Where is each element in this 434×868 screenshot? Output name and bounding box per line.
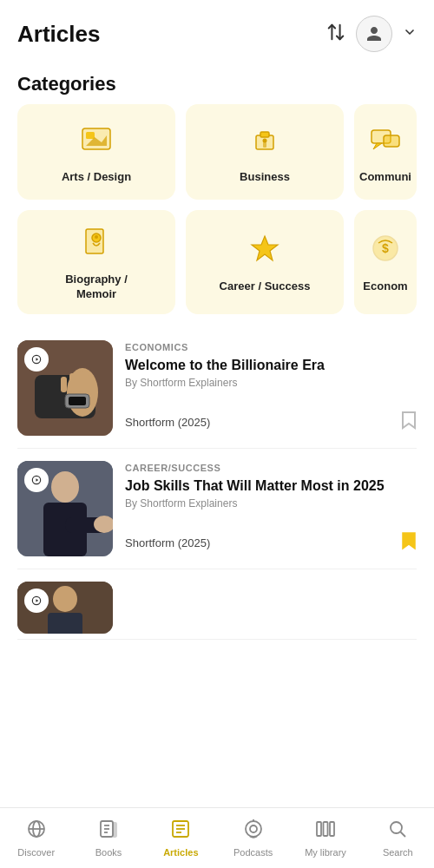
app-header: Articles — [0, 0, 434, 62]
svg-line-59 — [401, 832, 406, 838]
svg-rect-56 — [323, 822, 327, 836]
svg-text:$: $ — [382, 241, 389, 255]
svg-point-38 — [53, 586, 77, 612]
svg-rect-57 — [330, 822, 334, 836]
arts-icon — [81, 123, 112, 161]
article-source: Shortform (2025) — [125, 416, 210, 429]
category-economics[interactable]: $ Econom — [354, 210, 417, 314]
svg-point-33 — [51, 471, 79, 503]
business-icon — [249, 123, 280, 161]
svg-point-53 — [250, 825, 257, 832]
books-label: Books — [95, 847, 122, 858]
article-job-skills[interactable]: CAREER/SUCCESS Job Skills That Will Matt… — [17, 449, 417, 569]
search-label: Search — [383, 847, 413, 858]
svg-rect-4 — [86, 132, 95, 139]
svg-rect-39 — [48, 613, 82, 634]
article-source-2: Shortform (2025) — [125, 536, 210, 549]
article-author: By Shortform Explainers — [125, 377, 417, 389]
svg-rect-31 — [69, 397, 86, 405]
bottom-nav: Discover Books Articles — [0, 807, 434, 868]
podcasts-icon — [243, 819, 264, 845]
economics-icon: $ — [370, 233, 401, 271]
career-icon — [249, 233, 280, 271]
article-billionaire[interactable]: ECONOMICS Welcome to the Billionaire Era… — [17, 328, 417, 449]
category-business[interactable]: Business — [186, 104, 344, 200]
podcasts-label: Podcasts — [233, 847, 273, 858]
article-footer-2: Shortform (2025) — [125, 531, 417, 555]
article-author-2: By Shortform Explainers — [125, 497, 417, 510]
svg-point-58 — [391, 822, 402, 833]
user-avatar-button[interactable] — [356, 16, 392, 52]
categories-row-1: Arts / Design Business — [17, 104, 417, 200]
articles-list: ECONOMICS Welcome to the Billionaire Era… — [0, 314, 434, 640]
categories-grid: Arts / Design Business — [0, 104, 434, 314]
article-title-2: Job Skills That Will Matter Most in 2025 — [125, 477, 417, 496]
svg-rect-29 — [61, 377, 67, 392]
my-library-label: My library — [305, 847, 346, 858]
svg-point-19 — [95, 235, 98, 239]
article-info: ECONOMICS Welcome to the Billionaire Era… — [125, 340, 417, 436]
article-category: ECONOMICS — [125, 342, 417, 352]
user-icon — [365, 25, 383, 43]
categories-title: Categories — [0, 62, 434, 104]
page-title: Articles — [17, 21, 100, 48]
economics-label: Econom — [363, 279, 407, 294]
audio-badge-2 — [24, 468, 49, 492]
article-thumbnail — [17, 340, 113, 436]
svg-rect-14 — [384, 135, 399, 147]
article-category-2: CAREER/SUCCESS — [125, 463, 417, 473]
svg-rect-28 — [69, 373, 76, 392]
article-info-2: CAREER/SUCCESS Job Skills That Will Matt… — [125, 461, 417, 556]
svg-rect-27 — [78, 372, 84, 392]
article-footer: Shortform (2025) — [125, 411, 417, 434]
articles-icon — [170, 819, 191, 845]
search-icon — [387, 819, 408, 845]
svg-rect-47 — [113, 823, 116, 837]
biography-icon — [81, 226, 112, 264]
category-community[interactable]: Communi — [354, 104, 417, 200]
community-label: Communi — [359, 170, 411, 185]
category-biography[interactable]: Biography /Memoir — [17, 210, 175, 314]
articles-label: Articles — [163, 847, 198, 858]
audio-badge-3 — [24, 589, 49, 613]
svg-marker-13 — [373, 143, 382, 149]
chevron-down-icon[interactable] — [403, 25, 417, 43]
categories-row-2: Biography /Memoir Career / Success $ — [17, 210, 417, 314]
svg-point-52 — [246, 821, 261, 837]
article-thumbnail-2 — [17, 461, 113, 556]
svg-rect-8 — [260, 132, 269, 137]
nav-search[interactable]: Search — [362, 813, 434, 863]
svg-rect-10 — [263, 142, 266, 148]
article-thumbnail-3 — [17, 582, 113, 634]
svg-marker-20 — [252, 236, 278, 260]
nav-discover[interactable]: Discover — [0, 813, 72, 863]
bookmark-saved-icon[interactable] — [401, 531, 417, 555]
category-career[interactable]: Career / Success — [186, 210, 344, 314]
category-arts-design[interactable]: Arts / Design — [17, 104, 175, 200]
nav-podcasts[interactable]: Podcasts — [217, 813, 289, 863]
career-label: Career / Success — [220, 279, 311, 294]
community-icon — [370, 123, 401, 161]
article-title: Welcome to the Billionaire Era — [125, 356, 417, 375]
my-library-icon — [315, 819, 336, 845]
svg-rect-55 — [317, 822, 321, 836]
header-actions — [326, 16, 417, 52]
sort-icon[interactable] — [326, 23, 345, 46]
business-label: Business — [240, 170, 290, 185]
svg-rect-26 — [87, 375, 93, 394]
books-icon — [98, 819, 119, 845]
nav-my-library[interactable]: My library — [289, 813, 361, 863]
biography-label: Biography /Memoir — [65, 273, 128, 302]
nav-articles[interactable]: Articles — [145, 813, 217, 863]
nav-books[interactable]: Books — [72, 813, 144, 863]
arts-label: Arts / Design — [62, 170, 131, 185]
article-partial[interactable] — [17, 569, 417, 640]
bookmark-icon[interactable] — [401, 411, 417, 434]
discover-label: Discover — [17, 847, 55, 858]
discover-icon — [26, 819, 47, 845]
svg-point-9 — [263, 138, 267, 142]
audio-badge — [24, 347, 49, 372]
